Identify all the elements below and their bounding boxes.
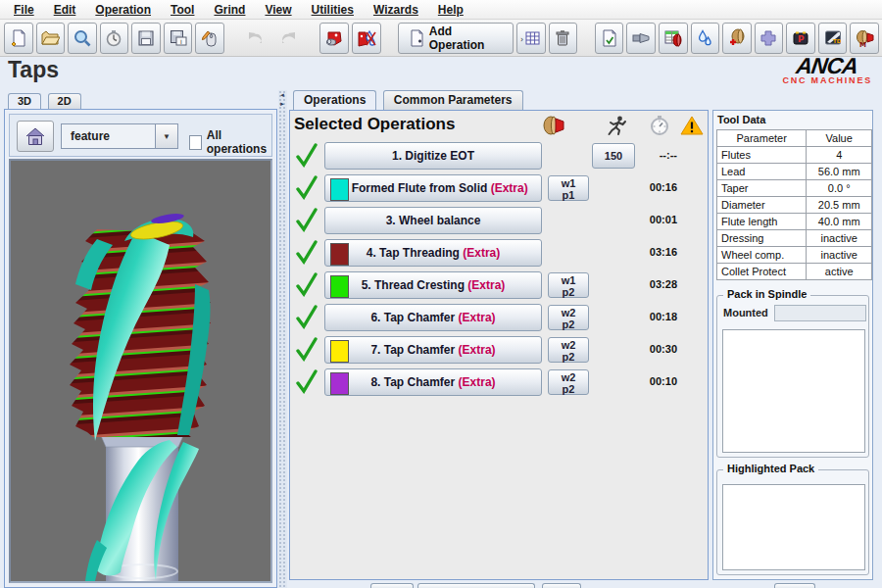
operation-row-7: 7. Tap Chamfer (Extra) w2 p2 00:30 xyxy=(290,336,708,366)
view-tabs: 3D 2D xyxy=(8,91,83,109)
selected-operations-title: Selected Operations xyxy=(294,115,455,134)
operation-button-digitize-eot[interactable]: 1. Digitize EOT xyxy=(324,142,542,170)
operation-row-6: 6. Tap Chamfer (Extra) w2 p2 00:18 xyxy=(290,304,708,333)
coolant-icon[interactable] xyxy=(691,23,720,54)
wheel-add-icon[interactable] xyxy=(722,23,752,54)
table-header-row: Parameter Value xyxy=(717,130,872,147)
operation-button-tap-chamfer-6[interactable]: 6. Tap Chamfer (Extra) xyxy=(324,304,542,331)
tab-operations[interactable]: Operations xyxy=(293,90,376,110)
save-icon[interactable] xyxy=(131,23,161,54)
grinding-wheel-red-icon[interactable] xyxy=(319,23,349,54)
pack-in-spindle-list[interactable] xyxy=(722,329,865,453)
timer-icon[interactable] xyxy=(100,23,129,54)
menu-operation[interactable]: Operation xyxy=(85,3,161,17)
add-plus-icon[interactable] xyxy=(755,23,784,54)
document-check-icon[interactable] xyxy=(595,23,624,54)
column-value: Value xyxy=(807,130,872,147)
coolant-off-icon[interactable] xyxy=(352,23,381,54)
highlighted-pack-group: Highlighted Pack xyxy=(716,469,869,575)
wheel-m-icon[interactable]: M xyxy=(850,23,879,54)
check-icon xyxy=(295,368,318,394)
add-operation-button[interactable]: Add Operation xyxy=(398,23,514,54)
operation-row-1: 1. Digitize EOT 150 --:-- xyxy=(290,142,708,172)
home-view-button[interactable] xyxy=(17,121,54,152)
menu-file[interactable]: File xyxy=(4,3,44,17)
operation-row-4: 4. Tap Threading (Extra) 03:16 xyxy=(290,239,708,269)
operation-button-tap-chamfer-8[interactable]: 8. Tap Chamfer (Extra) xyxy=(324,368,542,396)
save-as-icon[interactable]: I xyxy=(164,23,193,54)
operation-row-8: 8. Tap Chamfer (Extra) w2 p2 00:10 xyxy=(290,368,708,398)
highlighted-pack-list[interactable] xyxy=(722,484,865,570)
svg-text:P: P xyxy=(798,34,805,44)
collet-icon[interactable] xyxy=(626,23,656,54)
table-row: Flutes4 xyxy=(717,147,872,164)
tab-common-parameters[interactable]: Common Parameters xyxy=(383,90,523,110)
bottom-button-partial[interactable] xyxy=(370,583,414,588)
check-icon xyxy=(295,207,318,232)
battery-p-icon[interactable]: P xyxy=(786,23,815,54)
mounted-field[interactable] xyxy=(774,305,866,321)
operation-row-2: 2. Formed Flute from Solid (Extra) w1 p1… xyxy=(290,174,708,204)
feature-dropdown[interactable]: feature ▼ xyxy=(61,123,178,149)
wheel-pack-button[interactable]: w1 p1 xyxy=(548,175,589,201)
wheel-pack-button[interactable]: w2 p2 xyxy=(548,305,589,330)
operation-button-tap-threading[interactable]: 4. Tap Threading (Extra) xyxy=(324,239,542,267)
operation-button-thread-cresting[interactable]: 5. Thread Cresting (Extra) xyxy=(324,271,542,299)
all-operations-checkbox[interactable]: All operations xyxy=(189,128,271,156)
delete-operation-icon[interactable] xyxy=(549,23,578,54)
operation-button-tap-chamfer-7[interactable]: 7. Tap Chamfer (Extra) xyxy=(324,336,542,364)
operations-panel: Selected Operations 1. Digitize EOT 150 … xyxy=(289,110,709,580)
wheel-table-icon[interactable] xyxy=(659,23,688,54)
check-icon xyxy=(295,304,318,329)
svg-text:›: › xyxy=(520,35,523,44)
view-panel: feature ▼ All operations xyxy=(4,109,277,588)
menu-grind[interactable]: Grind xyxy=(204,3,255,17)
operation-button-wheel-balance[interactable]: 3. Wheel balance xyxy=(324,207,542,234)
wheel-color-swatch xyxy=(330,275,349,298)
add-operation-label: Add Operation xyxy=(429,24,504,52)
chevron-down-icon[interactable]: ▼ xyxy=(155,124,177,148)
bottom-button-partial[interactable] xyxy=(542,583,581,588)
menu-utilities[interactable]: Utilities xyxy=(302,3,364,17)
operation-time: 00:30 xyxy=(650,343,677,355)
mounted-label: Mounted xyxy=(723,307,768,318)
wheel-pack-button[interactable]: w2 p2 xyxy=(548,369,589,395)
bottom-button-partial[interactable] xyxy=(417,583,535,588)
check-icon xyxy=(295,271,318,297)
toolbar: I Add Operation › xyxy=(0,20,882,57)
menu-view[interactable]: View xyxy=(255,3,301,17)
mouse-settings-icon[interactable] xyxy=(195,23,224,54)
operation-time: 00:10 xyxy=(650,375,677,387)
wheel-color-swatch xyxy=(330,178,349,201)
new-document-icon[interactable] xyxy=(4,23,33,54)
monitor-td-icon[interactable]: TD xyxy=(818,23,848,54)
operation-value-button[interactable]: 150 xyxy=(592,143,635,169)
wheel-pack-button[interactable]: w2 p2 xyxy=(548,337,589,363)
check-icon xyxy=(295,142,318,168)
table-row: Collet Protectactive xyxy=(717,264,872,280)
menu-edit[interactable]: Edit xyxy=(44,3,86,17)
panel-splitter[interactable]: ◄ ► xyxy=(278,90,287,588)
feature-dropdown-value: feature xyxy=(62,129,155,143)
menu-help[interactable]: Help xyxy=(428,3,473,17)
open-file-icon[interactable] xyxy=(36,23,66,54)
wheel-pack-button[interactable]: w1 p2 xyxy=(548,272,589,298)
table-row: Lead56.0 mm xyxy=(717,164,872,180)
bottom-button-partial[interactable] xyxy=(774,583,815,588)
insert-operation-grid-icon[interactable]: › xyxy=(516,23,546,54)
operation-time: 00:18 xyxy=(650,311,677,322)
wheel-color-swatch xyxy=(330,372,349,395)
tab-2d[interactable]: 2D xyxy=(48,93,81,109)
splitter-collapse-right-icon[interactable]: ► xyxy=(279,101,285,107)
wheel-color-swatch xyxy=(330,243,349,266)
zoom-icon[interactable] xyxy=(68,23,97,54)
tap-tool-3d-render xyxy=(11,161,270,581)
3d-viewport[interactable] xyxy=(9,159,272,583)
operation-button-formed-flute[interactable]: 2. Formed Flute from Solid (Extra) xyxy=(324,174,542,202)
tab-3d[interactable]: 3D xyxy=(8,93,41,109)
checkbox-box[interactable] xyxy=(189,135,202,150)
operations-tabs: Operations Common Parameters xyxy=(293,90,525,110)
menu-tool[interactable]: Tool xyxy=(161,3,204,17)
splitter-collapse-left-icon[interactable]: ◄ xyxy=(279,92,285,98)
menu-wizards[interactable]: Wizards xyxy=(364,3,428,17)
